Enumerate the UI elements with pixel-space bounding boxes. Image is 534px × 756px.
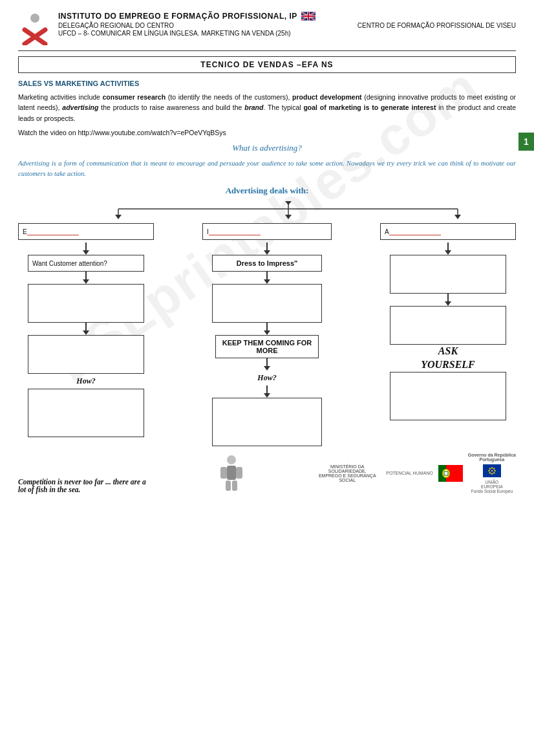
svg-point-31: [493, 468, 495, 470]
arr-mid-2: [264, 272, 270, 284]
svg-marker-10: [285, 215, 292, 219]
svg-point-32: [489, 472, 490, 473]
page: ESLprintables.com 1 INSTITUTO DO EMPREGO…: [0, 0, 534, 756]
e-letter: E: [23, 228, 27, 235]
header-title: INSTITUTO DO EMPREGO E FORMAÇÃO PROFISSI…: [58, 12, 516, 21]
keep-them-coming-text: KEEP THEM COMING FOR MORE: [222, 339, 312, 354]
left-column: Want Customer attention? How?: [18, 243, 154, 437]
right-empty-box-1: [390, 255, 506, 294]
what-is-advertising: What is advertising?: [18, 143, 516, 153]
bold-consumer-research: consumer research: [103, 93, 166, 101]
svg-point-30: [489, 468, 490, 470]
arr-mid-3: [264, 323, 270, 335]
col-right-label: A: [380, 223, 516, 240]
header: INSTITUTO DO EMPREGO E FORMAÇÃO PROFISSI…: [18, 12, 516, 45]
mid-column: Dress to Impress" KEEP THEM COMING FOR M…: [202, 243, 332, 446]
eu-flag-icon: [483, 464, 501, 477]
title-box: TECNICO DE VENDAS –EFA NS: [18, 56, 516, 73]
uk-flag-icon: [301, 12, 315, 21]
left-empty-box-3: [28, 389, 144, 437]
e-underline: [27, 228, 79, 235]
a-underline: [389, 228, 441, 235]
bold-advertising: advertising: [62, 103, 98, 111]
bold-brand: brand: [244, 103, 263, 111]
svg-point-29: [494, 470, 495, 471]
bottom-quote: Competition is never too far ... there a…: [18, 478, 147, 493]
svg-rect-14: [227, 466, 236, 480]
ask-line1: ASK: [438, 345, 458, 356]
arr-left-3: [83, 323, 89, 335]
bottom-center-figure: [212, 455, 251, 493]
arr-mid-5: [264, 385, 270, 398]
svg-rect-16: [236, 467, 242, 479]
svg-marker-8: [115, 215, 122, 219]
video-line: Watch the video on http://www.youtube.co…: [18, 129, 516, 136]
bold-product-development: product development: [292, 93, 361, 101]
col-mid-label: I: [202, 223, 332, 240]
figure-icon: [215, 455, 248, 493]
i-underline: [209, 228, 261, 235]
col-left-label: E: [18, 223, 154, 240]
body-text: Marketing activities include consumer re…: [18, 92, 516, 124]
arr-left-2: [83, 272, 89, 284]
body-text-4: the products to raise awareness and buil…: [98, 103, 244, 111]
eu-logos: Governo da RepúblicaPortuguesa UNIÃOEURO…: [468, 453, 516, 493]
left-empty-box-2: [28, 335, 144, 374]
a-box: A: [380, 223, 516, 240]
want-attention-text: Want Customer attention?: [32, 260, 107, 267]
body-text-1: Marketing activities include: [18, 93, 103, 101]
page-number: 1: [518, 133, 534, 151]
mid-how-label: How?: [257, 373, 276, 383]
arr-mid-1: [264, 243, 270, 255]
svg-rect-15: [220, 467, 227, 479]
fundo-social: UNIÃOEUROPEIAFundo Social Europeu: [471, 480, 513, 493]
mid-empty-box-1: [212, 284, 322, 323]
ask-line2: YOURSELF: [421, 359, 475, 370]
dress-to-impress-box: Dress to Impress": [212, 255, 322, 272]
divider-top: [18, 50, 516, 51]
svg-point-33: [493, 472, 495, 473]
svg-rect-18: [232, 481, 237, 491]
right-empty-box-3: [390, 372, 506, 420]
dress-to-impress-text: Dress to Impress": [237, 259, 297, 267]
want-attention-box: Want Customer attention?: [28, 255, 144, 272]
institute-logo: [18, 12, 52, 45]
bold-goal: goal of marketing is to generate interes…: [303, 103, 436, 111]
keep-them-coming-box: KEEP THEM COMING FOR MORE: [215, 335, 319, 358]
center: CENTRO DE FORMAÇÃO PROFISSIONAL DE VISEU: [358, 22, 516, 29]
portugal-flag-icon: [438, 465, 463, 482]
branch-svg: [18, 200, 516, 222]
bottom-section: Competition is never too far ... there a…: [18, 453, 516, 493]
quote-text: Competition is never too far ... there a…: [18, 478, 146, 493]
arr-right-1: [445, 243, 451, 255]
svg-marker-12: [454, 215, 461, 219]
header-text: INSTITUTO DO EMPREGO E FORMAÇÃO PROFISSI…: [58, 12, 516, 37]
svg-point-28: [488, 470, 489, 471]
svg-point-0: [30, 14, 39, 23]
mid-empty-box-2: [212, 398, 322, 446]
ask-yourself-label: ASK YOURSELF: [421, 345, 475, 372]
institute-name: INSTITUTO DO EMPREGO E FORMAÇÃO PROFISSI…: [58, 12, 297, 21]
svg-point-13: [227, 455, 236, 464]
ministry-logos: MINISTÉRIO DA SOLIDARIEDADE,EMPREGO E SE…: [315, 464, 433, 482]
body-text-5: . The typical: [263, 103, 303, 111]
left-how-label: How?: [76, 376, 95, 386]
arr-left-1: [83, 243, 89, 255]
section-heading: SALES VS MARKETING ACTIVITIES: [18, 80, 516, 87]
left-empty-box-1: [28, 284, 144, 323]
e-box: E: [18, 223, 154, 240]
arr-right-2: [445, 294, 451, 306]
right-column: ASK YOURSELF: [380, 243, 516, 420]
top-label-row: E I A: [18, 223, 516, 240]
right-empty-box-2: [390, 306, 506, 345]
delegation: DELEGAÇÃO REGIONAL DO CENTRO: [58, 22, 174, 29]
svg-marker-6: [285, 201, 292, 205]
ministry-text: MINISTÉRIO DA SOLIDARIEDADE,EMPREGO E SE…: [315, 464, 379, 482]
svg-point-27: [491, 473, 493, 475]
header-sub2: UFCD – 8- COMUNICAR EM LÍNGUA INGLESA. M…: [58, 30, 516, 37]
header-sub: DELEGAÇÃO REGIONAL DO CENTRO CENTRO DE F…: [58, 22, 516, 29]
governo-text: Governo da RepúblicaPortuguesa: [468, 453, 516, 462]
flowchart-body: Want Customer attention? How?: [18, 243, 516, 446]
a-letter: A: [385, 228, 389, 235]
flowchart: E I A: [18, 200, 516, 446]
